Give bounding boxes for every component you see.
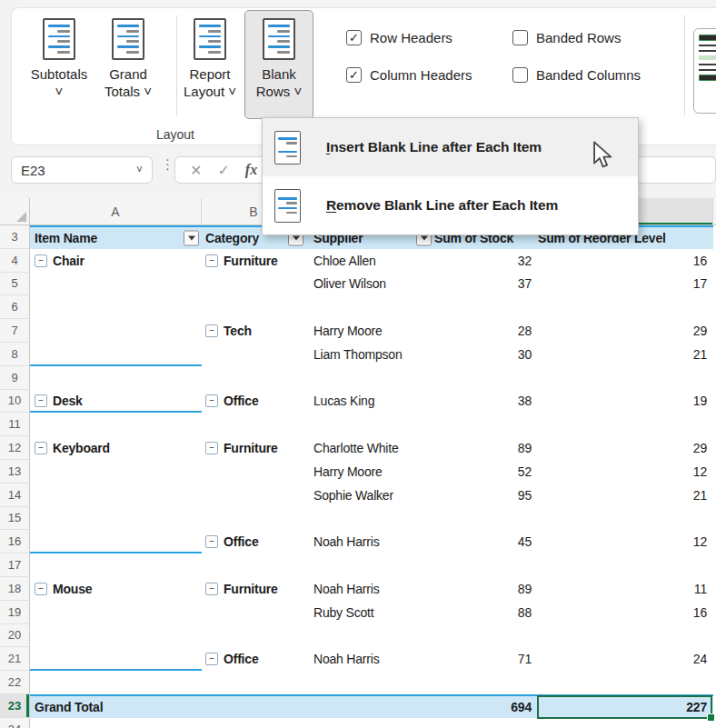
- collapse-icon[interactable]: −: [205, 583, 218, 595]
- cell-A7[interactable]: [30, 319, 202, 343]
- cell-D7[interactable]: 28: [434, 319, 538, 343]
- cell-B11[interactable]: [202, 413, 306, 436]
- cell-E11[interactable]: [538, 413, 713, 436]
- cell-E23[interactable]: 227: [538, 694, 713, 718]
- cell-E4[interactable]: 16: [538, 249, 713, 273]
- cell-D16[interactable]: 45: [434, 530, 538, 553]
- cell-B6[interactable]: [202, 295, 306, 319]
- cell-A16[interactable]: [30, 530, 202, 553]
- row-header-15[interactable]: 15: [0, 507, 30, 531]
- cell-D5[interactable]: 37: [434, 273, 538, 296]
- cell-C18[interactable]: Noah Harris: [306, 577, 434, 601]
- checkbox-column-headers-box[interactable]: ✓: [346, 67, 362, 83]
- collapse-icon[interactable]: −: [205, 653, 218, 665]
- fx-icon[interactable]: fx: [245, 162, 257, 178]
- cell-E15[interactable]: [538, 507, 713, 531]
- cell-A21[interactable]: [30, 647, 202, 671]
- collapse-icon[interactable]: −: [205, 442, 218, 454]
- pivot-style-gallery-icon[interactable]: [693, 28, 716, 114]
- cell-D6[interactable]: [434, 295, 538, 319]
- collapse-icon[interactable]: −: [205, 394, 218, 407]
- cell-D4[interactable]: 32: [434, 249, 538, 273]
- cell-A6[interactable]: [30, 295, 202, 319]
- cell-D12[interactable]: 89: [434, 436, 538, 460]
- cell-B10[interactable]: −Office: [202, 390, 306, 414]
- cell-D18[interactable]: 89: [434, 577, 538, 601]
- cell-E22[interactable]: [538, 671, 713, 694]
- enter-icon[interactable]: ✓: [217, 162, 229, 179]
- cell-A4[interactable]: −Chair: [30, 249, 202, 273]
- cell-B23[interactable]: [202, 694, 306, 718]
- row-header-11[interactable]: 11: [0, 413, 30, 436]
- row-header-22[interactable]: 22: [0, 671, 30, 694]
- cell-E13[interactable]: 12: [538, 460, 713, 484]
- row-header-3[interactable]: 3: [0, 225, 30, 249]
- cancel-icon[interactable]: ✕: [190, 162, 202, 179]
- cell-D9[interactable]: [434, 366, 538, 390]
- ribbon-button-report-layout[interactable]: ReportLayout ˅: [175, 10, 244, 119]
- cell-B16[interactable]: −Office: [202, 530, 306, 553]
- cell-B14[interactable]: [202, 484, 306, 507]
- checkbox-banded-rows[interactable]: Banded Rows: [512, 30, 703, 45]
- cell-C9[interactable]: [306, 366, 434, 390]
- cell-A22[interactable]: [30, 671, 202, 694]
- collapse-icon[interactable]: −: [35, 254, 47, 267]
- cell-B4[interactable]: −Furniture: [202, 249, 306, 273]
- checkbox-row-headers-box[interactable]: ✓: [346, 30, 362, 45]
- menu-item-insert-blank-line[interactable]: Insert Blank Line after Each Item: [263, 118, 638, 176]
- row-header-6[interactable]: 6: [0, 295, 30, 319]
- cell-E16[interactable]: 12: [538, 530, 713, 553]
- collapse-icon[interactable]: −: [35, 394, 47, 407]
- cell-A5[interactable]: [30, 273, 202, 296]
- cell-A9[interactable]: [30, 366, 202, 390]
- cell-B5[interactable]: [202, 273, 306, 296]
- select-all-corner[interactable]: [0, 198, 30, 224]
- cell-C7[interactable]: Harry Moore: [306, 319, 434, 343]
- cell-E6[interactable]: [538, 295, 713, 319]
- collapse-icon[interactable]: −: [35, 583, 47, 595]
- cell-B15[interactable]: [202, 507, 306, 531]
- row-header-13[interactable]: 13: [0, 460, 30, 484]
- cell-A24[interactable]: [30, 718, 202, 728]
- cell-A19[interactable]: [30, 601, 202, 624]
- cell-C21[interactable]: Noah Harris: [306, 647, 434, 671]
- cell-E20[interactable]: [538, 624, 713, 648]
- cell-E7[interactable]: 29: [538, 319, 713, 343]
- cell-E5[interactable]: 17: [538, 273, 713, 296]
- checkbox-banded-columns-box[interactable]: [512, 67, 528, 83]
- cell-A13[interactable]: [30, 460, 202, 484]
- checkbox-column-headers[interactable]: ✓Column Headers: [346, 67, 512, 83]
- cell-C5[interactable]: Oliver Wilson: [306, 273, 434, 296]
- cell-B22[interactable]: [202, 671, 306, 694]
- row-header-23[interactable]: 23: [0, 694, 30, 718]
- cell-C11[interactable]: [306, 413, 434, 436]
- row-header-20[interactable]: 20: [0, 624, 30, 648]
- cell-D8[interactable]: 30: [434, 343, 538, 366]
- cell-E14[interactable]: 21: [538, 484, 713, 507]
- cell-C4[interactable]: Chloe Allen: [306, 249, 434, 273]
- cell-E17[interactable]: [538, 553, 713, 577]
- cell-C14[interactable]: Sophie Walker: [306, 484, 434, 507]
- cell-D22[interactable]: [434, 671, 538, 694]
- cell-B9[interactable]: [202, 366, 306, 390]
- cell-A23[interactable]: Grand Total: [30, 694, 202, 718]
- cell-E21[interactable]: 24: [538, 647, 713, 671]
- filter-icon[interactable]: [184, 230, 199, 245]
- cell-B12[interactable]: −Furniture: [202, 436, 306, 460]
- name-box[interactable]: E23 ˅: [11, 156, 153, 184]
- cell-C6[interactable]: [306, 295, 434, 319]
- cell-C16[interactable]: Noah Harris: [306, 530, 434, 553]
- row-header-24[interactable]: 24: [0, 718, 30, 728]
- cell-C15[interactable]: [306, 507, 434, 531]
- row-header-16[interactable]: 16: [0, 530, 30, 553]
- ribbon-button-subtotals[interactable]: Subtotals˅: [25, 10, 94, 119]
- cell-D10[interactable]: 38: [434, 390, 538, 414]
- cell-C24[interactable]: [306, 718, 434, 728]
- row-header-19[interactable]: 19: [0, 601, 30, 624]
- checkbox-banded-rows-box[interactable]: [512, 30, 528, 45]
- cell-B24[interactable]: [202, 718, 306, 728]
- cell-C17[interactable]: [306, 553, 434, 577]
- cell-A10[interactable]: −Desk: [30, 390, 202, 414]
- cell-D17[interactable]: [434, 553, 538, 577]
- row-header-21[interactable]: 21: [0, 647, 30, 671]
